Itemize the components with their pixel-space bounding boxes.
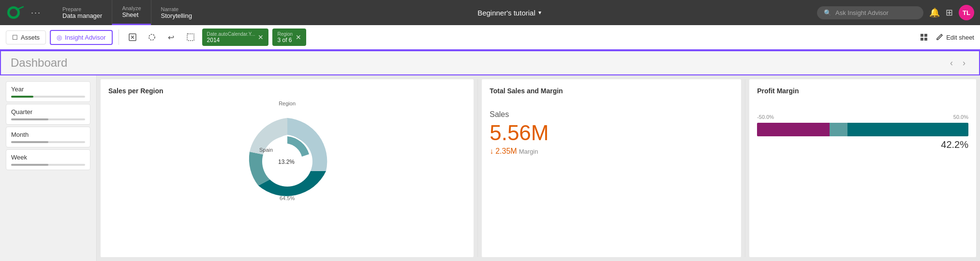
pm-scale: -50.0% 50.0%	[757, 114, 968, 120]
week-filter[interactable]: Week	[6, 149, 90, 170]
year-filter-track	[11, 96, 85, 98]
pm-bar	[757, 123, 968, 136]
total-sales-chart: Total Sales and Margin Sales 5.56M ↓ 2.3…	[482, 79, 741, 257]
selection-tool-button[interactable]	[125, 29, 140, 45]
back-button[interactable]: ↩	[163, 29, 179, 45]
top-navigation: ··· Prepare Data manager Analyze Sheet N…	[0, 0, 980, 25]
sheet-title-bar: Dashboard ‹ ›	[0, 50, 980, 75]
svg-point-6	[149, 34, 155, 40]
week-filter-fill	[11, 164, 48, 166]
quarter-filter-fill	[11, 118, 48, 120]
insight-advisor-search[interactable]: 🔍 Ask Insight Advisor	[817, 6, 923, 19]
filter-chip-region[interactable]: Region 3 of 6 ✕	[272, 29, 306, 46]
svg-rect-10	[921, 38, 923, 41]
sheet-prev-button[interactable]: ‹	[946, 56, 957, 70]
nav-narrate[interactable]: Narrate Storytelling	[151, 0, 202, 25]
sheet-title: Dashboard	[11, 56, 67, 70]
pm-percentage: 42.2%	[757, 139, 968, 150]
assets-button[interactable]: ☐ Assets	[6, 30, 46, 44]
right-nav: 🔍 Ask Insight Advisor 🔔 ⊞ TL	[817, 5, 974, 20]
quarter-filter[interactable]: Quarter	[6, 104, 90, 125]
quarter-filter-track	[11, 118, 85, 120]
user-avatar[interactable]: TL	[959, 5, 974, 20]
left-filter-panel: Year Quarter Month Week	[0, 75, 97, 261]
year-filter-fill	[11, 96, 33, 98]
toolbar-right: Edit sheet	[916, 29, 974, 45]
nav-analyze[interactable]: Analyze Sheet	[112, 0, 150, 25]
filter-chip-date[interactable]: Date.autoCalendar.Y... 2014 ✕	[202, 29, 269, 46]
week-filter-track	[11, 164, 85, 166]
pm-bar-teal	[847, 123, 968, 136]
profit-margin-chart: Profit Margin -50.0% 50.0% 42.2%	[749, 79, 976, 257]
kpi-sub: ↓ 2.35M Margin	[490, 147, 733, 156]
sheet-navigation: ‹ ›	[946, 56, 969, 70]
main-content: Year Quarter Month Week Sale	[0, 75, 980, 261]
pm-bar-purple	[757, 123, 830, 136]
kpi-container: Sales 5.56M ↓ 2.35M Margin	[490, 101, 733, 165]
pm-bar-mid	[830, 123, 847, 136]
donut-svg: Spain 13.2%	[234, 108, 341, 205]
month-filter[interactable]: Month	[6, 127, 90, 147]
edit-sheet-button[interactable]: Edit sheet	[935, 33, 974, 41]
trend-arrow: ↓	[490, 147, 493, 156]
margin-label: Margin	[519, 148, 538, 155]
app-title[interactable]: Beginner's tutorial ▾	[202, 9, 817, 17]
nav-prepare[interactable]: Prepare Data manager	[53, 0, 112, 25]
divider	[119, 29, 119, 45]
svg-rect-11	[924, 38, 927, 41]
grid-view-button[interactable]	[916, 29, 932, 45]
apps-grid-button[interactable]: ⊞	[946, 7, 953, 18]
toolbar: ☐ Assets ◎ Insight Advisor ↩ Date.autoCa…	[0, 25, 980, 50]
insight-advisor-button[interactable]: ◎ Insight Advisor	[50, 30, 113, 45]
profit-margin-content: -50.0% 50.0% 42.2%	[757, 114, 968, 150]
svg-rect-9	[924, 34, 927, 37]
svg-text:13.2%: 13.2%	[278, 159, 295, 165]
assets-icon: ☐	[12, 34, 18, 41]
lasso-tool-button[interactable]	[144, 29, 160, 45]
month-filter-fill	[11, 141, 48, 143]
chevron-down-icon: ▾	[538, 9, 541, 16]
bottom-pct-label: 64.5%	[280, 195, 295, 201]
donut-chart: Region Spain	[108, 101, 466, 201]
svg-rect-7	[187, 34, 194, 41]
filter-chip-region-close[interactable]: ✕	[296, 33, 301, 41]
clear-selections-button[interactable]	[183, 29, 198, 45]
svg-text:Spain: Spain	[259, 147, 273, 153]
insight-icon: ◎	[57, 34, 62, 41]
separator-2	[745, 79, 745, 257]
search-icon: 🔍	[824, 9, 832, 16]
filter-chip-date-close[interactable]: ✕	[258, 33, 264, 41]
sales-region-chart: Sales per Region Region	[101, 79, 474, 257]
charts-area: Sales per Region Region	[97, 75, 980, 261]
separator-1	[477, 79, 478, 257]
more-options-button[interactable]: ···	[31, 8, 41, 18]
svg-rect-8	[921, 34, 923, 37]
notifications-button[interactable]: 🔔	[929, 7, 940, 18]
month-filter-track	[11, 141, 85, 143]
sheet-next-button[interactable]: ›	[959, 56, 969, 70]
year-filter[interactable]: Year	[6, 81, 90, 102]
qlik-logo[interactable]	[6, 5, 27, 20]
